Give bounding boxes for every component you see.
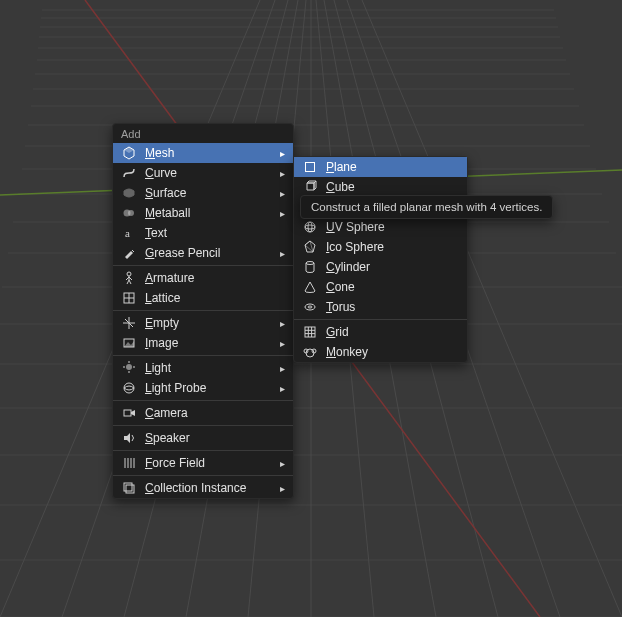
add-menu-item-label: Light Probe: [145, 381, 275, 395]
add-menu-item-surface[interactable]: Surface▸: [113, 183, 293, 203]
add-menu-item-collection-instance[interactable]: Collection Instance▸: [113, 478, 293, 498]
svg-point-81: [306, 262, 314, 265]
svg-rect-71: [306, 163, 315, 172]
add-menu-item-label: Metaball: [145, 206, 275, 220]
metaball-icon: [121, 205, 137, 221]
curve-icon: [121, 165, 137, 181]
add-menu-separator: [113, 310, 293, 311]
armature-icon: [121, 270, 137, 286]
mesh-icon: [121, 145, 137, 161]
camera-icon: [121, 405, 137, 421]
submenu-arrow-icon: ▸: [275, 383, 285, 394]
mesh-submenu-item-torus[interactable]: Torus: [294, 297, 467, 317]
add-menu-item-label: Collection Instance: [145, 481, 275, 495]
add-menu-item-empty[interactable]: Empty▸: [113, 313, 293, 333]
submenu-arrow-icon: ▸: [275, 168, 285, 179]
mesh-submenu-separator: [294, 319, 467, 320]
add-menu-item-label: Grease Pencil: [145, 246, 275, 260]
svg-marker-72: [307, 183, 314, 190]
add-menu-item-armature[interactable]: Armature: [113, 268, 293, 288]
add-menu-item-label: Mesh: [145, 146, 275, 160]
submenu-arrow-icon: ▸: [275, 318, 285, 329]
svg-text:a: a: [125, 227, 130, 239]
mesh-submenu-item-grid[interactable]: Grid: [294, 322, 467, 342]
mesh-submenu-item-label: Grid: [326, 325, 459, 339]
add-menu-item-label: Lattice: [145, 291, 285, 305]
add-menu-item-curve[interactable]: Curve▸: [113, 163, 293, 183]
light-icon: [121, 360, 137, 376]
viewport-3d[interactable]: Add Mesh▸Curve▸Surface▸Metaball▸aTextGre…: [0, 0, 622, 617]
cone-icon: [302, 279, 318, 295]
cylinder-icon: [302, 259, 318, 275]
mesh-submenu-item-label: Torus: [326, 300, 459, 314]
mesh-submenu-item-cube[interactable]: Cube: [294, 177, 467, 197]
mesh-submenu-item-monkey[interactable]: Monkey: [294, 342, 467, 362]
svg-rect-62: [124, 410, 131, 416]
cube-icon: [302, 179, 318, 195]
svg-point-40: [128, 210, 134, 216]
svg-rect-86: [305, 327, 315, 337]
add-menu-item-image[interactable]: Image▸: [113, 333, 293, 353]
submenu-arrow-icon: ▸: [275, 363, 285, 374]
mesh-submenu-item-label: Plane: [326, 160, 459, 174]
mesh-submenu-item-label: Cone: [326, 280, 459, 294]
add-menu-item-force-field[interactable]: Force Field▸: [113, 453, 293, 473]
submenu-arrow-icon: ▸: [275, 188, 285, 199]
svg-point-56: [126, 364, 132, 370]
submenu-arrow-icon: ▸: [275, 248, 285, 259]
tooltip: Construct a filled planar mesh with 4 ve…: [300, 195, 553, 219]
add-menu-item-label: Image: [145, 336, 275, 350]
grid-icon: [302, 324, 318, 340]
mesh-submenu-item-ico-sphere[interactable]: Ico Sphere: [294, 237, 467, 257]
mesh-submenu-item-plane[interactable]: Plane: [294, 157, 467, 177]
collection-icon: [121, 480, 137, 496]
speaker-icon: [121, 430, 137, 446]
mesh-submenu-item-cone[interactable]: Cone: [294, 277, 467, 297]
icosphere-icon: [302, 239, 318, 255]
lattice-icon: [121, 290, 137, 306]
add-menu-item-label: Speaker: [145, 431, 285, 445]
svg-marker-64: [124, 433, 130, 443]
svg-marker-74: [314, 181, 316, 190]
add-menu-separator: [113, 425, 293, 426]
add-menu-item-text[interactable]: aText: [113, 223, 293, 243]
add-menu[interactable]: Add Mesh▸Curve▸Surface▸Metaball▸aTextGre…: [112, 123, 294, 499]
svg-point-42: [127, 272, 131, 276]
add-menu-separator: [113, 265, 293, 266]
mesh-submenu-item-label: Cylinder: [326, 260, 459, 274]
add-menu-item-metaball[interactable]: Metaball▸: [113, 203, 293, 223]
svg-line-47: [129, 280, 131, 284]
svg-point-76: [305, 222, 315, 232]
mesh-submenu-item-label: Monkey: [326, 345, 459, 359]
add-menu-item-grease-pencil[interactable]: Grease Pencil▸: [113, 243, 293, 263]
gpencil-icon: [121, 245, 137, 261]
mesh-submenu-item-uv-sphere[interactable]: UV Sphere: [294, 217, 467, 237]
submenu-arrow-icon: ▸: [275, 148, 285, 159]
mesh-submenu-item-label: Ico Sphere: [326, 240, 459, 254]
add-menu-item-label: Camera: [145, 406, 285, 420]
add-menu-item-speaker[interactable]: Speaker: [113, 428, 293, 448]
svg-point-61: [124, 383, 134, 393]
mesh-submenu-item-label: UV Sphere: [326, 220, 459, 234]
add-menu-item-label: Force Field: [145, 456, 275, 470]
svg-point-77: [305, 225, 315, 229]
submenu-arrow-icon: ▸: [275, 458, 285, 469]
add-menu-item-label: Armature: [145, 271, 285, 285]
add-menu-item-lattice[interactable]: Lattice: [113, 288, 293, 308]
svg-point-85: [308, 306, 312, 308]
mesh-submenu-item-cylinder[interactable]: Cylinder: [294, 257, 467, 277]
add-menu-item-camera[interactable]: Camera: [113, 403, 293, 423]
svg-line-46: [127, 280, 129, 284]
svg-marker-63: [131, 410, 135, 416]
add-menu-item-mesh[interactable]: Mesh▸: [113, 143, 293, 163]
add-menu-item-light-probe[interactable]: Light Probe▸: [113, 378, 293, 398]
add-menu-item-light[interactable]: Light▸: [113, 358, 293, 378]
svg-marker-55: [124, 341, 134, 347]
add-menu-separator: [113, 400, 293, 401]
submenu-arrow-icon: ▸: [275, 208, 285, 219]
empty-icon: [121, 315, 137, 331]
surface-icon: [121, 185, 137, 201]
forcefield-icon: [121, 455, 137, 471]
torus-icon: [302, 299, 318, 315]
mesh-submenu[interactable]: PlaneCubeCircleUV SphereIco SphereCylind…: [293, 156, 468, 363]
